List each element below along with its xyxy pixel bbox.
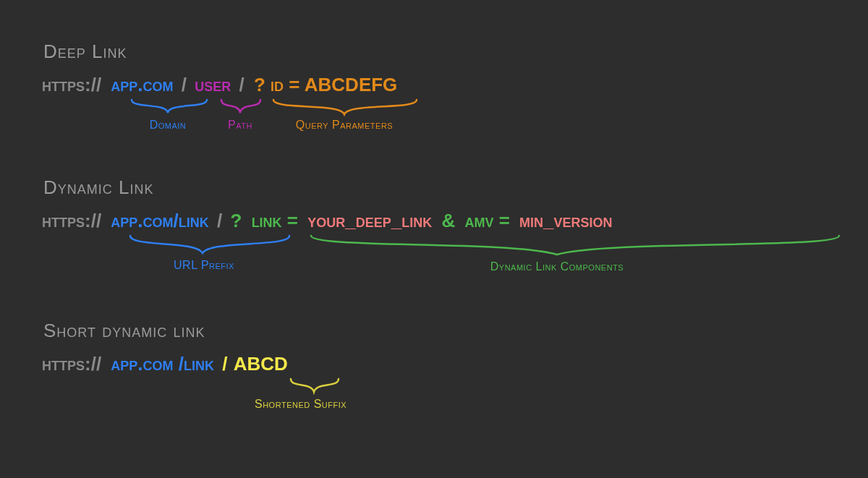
url-prefix-label: URL Prefix (174, 259, 234, 271)
param-amp: & (441, 210, 455, 231)
query-question: ? (231, 210, 242, 231)
param-key-link: link = (252, 210, 298, 231)
domain-label: Domain (150, 119, 187, 131)
sep-slash: / (182, 74, 187, 95)
param-key-amv: amv = (464, 210, 509, 231)
query-segment: ? id = ABCDEFG (254, 74, 397, 95)
path-label: Path (228, 119, 252, 131)
short-suffix-segment: ABCD (234, 353, 288, 375)
deep-link-title: Deep Link (43, 40, 127, 62)
query-label: Query Parameters (296, 119, 393, 131)
domain-segment: app.com (111, 74, 173, 95)
param-value-amv: min_version (519, 210, 612, 231)
short-suffix-label: Shortened Suffix (255, 398, 346, 410)
scheme: https:// (42, 210, 101, 231)
dynamic-link-url: https:// app.com/link / ? link = your_de… (42, 210, 613, 231)
url-prefix-segment: app.com/link (111, 210, 208, 231)
sep-slash: / (222, 353, 227, 375)
scheme: https:// (42, 74, 101, 95)
deep-link-url: https:// app.com / user / ? id = ABCDEFG (42, 74, 397, 95)
path-segment: user (195, 74, 231, 95)
url-prefix-segment: app.com /link (111, 353, 214, 375)
param-value-link: your_deep_link (307, 210, 432, 231)
short-link-url: https:// app.com /link / ABCD (42, 353, 288, 375)
sep-slash: / (239, 74, 244, 95)
dynamic-link-title: Dynamic Link (43, 176, 153, 198)
dynamic-components-label: Dynamic Link Components (490, 260, 624, 273)
scheme: https:// (42, 353, 101, 375)
sep-slash: / (217, 210, 222, 231)
short-link-title: Short dynamic link (43, 320, 205, 341)
svg-rect-0 (0, 0, 868, 478)
